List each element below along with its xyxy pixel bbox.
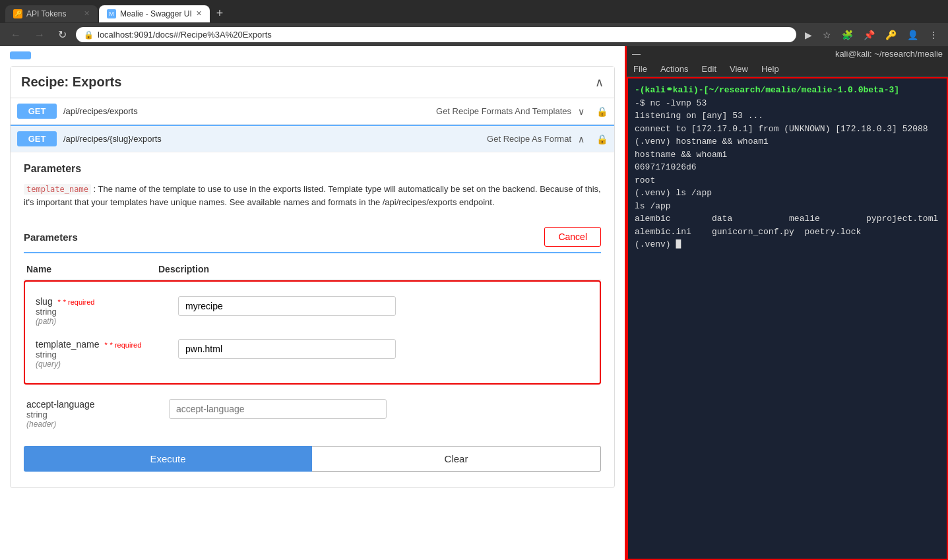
- terminal-body: -(kali⚭kali)-[~/research/mealie/mealie-1…: [627, 77, 948, 560]
- param-location-template: (query): [36, 359, 168, 369]
- back-button[interactable]: ←: [7, 28, 25, 42]
- param-required-label-slug: * required: [63, 298, 95, 306]
- param-name-slug: slug * * required: [36, 296, 168, 307]
- nav-actions: ▶ ☆ 🧩 📌 🔑 👤 ⋮: [802, 28, 941, 42]
- terminal-line-2: listening on [any] 53 ...: [635, 109, 940, 123]
- template-name-input[interactable]: [178, 339, 396, 359]
- params-section: Parameters Cancel Name Description: [24, 222, 601, 472]
- terminal-menu-file[interactable]: File: [633, 64, 647, 74]
- params-heading: Parameters: [24, 163, 601, 175]
- param-required-star-slug: *: [58, 298, 61, 306]
- address-bar[interactable]: 🔒 localhost:9091/docs#/Recipe%3A%20Expor…: [76, 27, 796, 42]
- endpoint-path-1: /api/recipes/exports: [63, 106, 429, 116]
- terminal-menu-actions[interactable]: Actions: [660, 64, 689, 74]
- tab-bar: 🔑 API Tokens ✕ M Mealie - Swagger UI ✕ +: [0, 0, 948, 23]
- chevron-down-icon-1[interactable]: ∨: [578, 106, 585, 117]
- slug-input[interactable]: [178, 296, 396, 316]
- param-name-highlight: template_name: [24, 184, 91, 195]
- pin-button[interactable]: 📌: [860, 28, 878, 42]
- params-section-title: Parameters: [24, 232, 78, 243]
- param-type-template: string: [36, 350, 168, 359]
- terminal-title: kali@kali: ~/research/mealie: [835, 49, 943, 59]
- endpoint-row-exports[interactable]: GET /api/recipes/exports Get Recipe Form…: [11, 98, 614, 125]
- method-badge-get1: GET: [17, 104, 57, 119]
- tab-label-2: Mealie - Swagger UI: [120, 9, 192, 18]
- tab-favicon-2: M: [107, 9, 116, 18]
- forward-button[interactable]: →: [30, 28, 49, 42]
- terminal-line-5: hostname && whoami: [635, 148, 940, 162]
- bookmark-button[interactable]: ☆: [819, 28, 835, 42]
- endpoint-expanded-content: Parameters template_name : The name of t…: [11, 152, 614, 487]
- terminal-topbar: — kali@kali: ~/research/mealie: [627, 46, 948, 61]
- param-location-slug: (path): [36, 317, 168, 326]
- main-layout: Recipe: Exports ∧ GET /api/recipes/expor…: [0, 46, 948, 560]
- param-info-slug: slug * * required string (path): [36, 296, 168, 326]
- action-buttons: Execute Clear: [24, 446, 601, 472]
- tab-close-2[interactable]: ✕: [196, 9, 202, 18]
- terminal-window-btn[interactable]: —: [632, 49, 641, 59]
- param-name-accept-lang: accept-language: [26, 399, 158, 410]
- profile-button[interactable]: 👤: [904, 28, 922, 42]
- tab-swagger[interactable]: M Mealie - Swagger UI ✕: [99, 5, 210, 22]
- endpoint-row-slug[interactable]: GET /api/recipes/{slug}/exports Get Reci…: [11, 125, 614, 152]
- params-table-header: Name Description: [24, 259, 601, 280]
- tab-label-1: API Tokens: [26, 9, 66, 18]
- param-info-template: template_name * * required string (query…: [36, 339, 168, 369]
- param-name-template: template_name * * required: [36, 339, 168, 350]
- param-type-accept-lang: string: [26, 410, 158, 420]
- param-row-slug: slug * * required string (path): [33, 290, 592, 332]
- cast-button[interactable]: ▶: [802, 28, 815, 42]
- menu-button[interactable]: ⋮: [926, 28, 941, 42]
- terminal-line-7: root: [635, 174, 940, 187]
- swagger-panel: Recipe: Exports ∧ GET /api/recipes/expor…: [0, 46, 625, 560]
- lock-icon-1: 🔒: [596, 106, 608, 117]
- clear-button[interactable]: Clear: [312, 446, 601, 472]
- tab-close-1[interactable]: ✕: [84, 9, 90, 18]
- accept-language-input[interactable]: [169, 399, 387, 419]
- lock-icon-2: 🔒: [596, 134, 608, 144]
- browser-chrome: 🔑 API Tokens ✕ M Mealie - Swagger UI ✕ +…: [0, 0, 948, 46]
- section-title: Recipe: Exports: [21, 75, 121, 90]
- terminal-line-8: (.venv) ls /app: [635, 187, 940, 200]
- param-location-accept-lang: (header): [26, 420, 158, 429]
- param-info-accept-lang: accept-language string (header): [26, 399, 158, 429]
- param-required-star-template: *: [104, 341, 107, 349]
- param-description: template_name : The name of the template…: [24, 183, 601, 208]
- param-row-template-name: template_name * * required string (query…: [33, 332, 592, 375]
- new-tab-button[interactable]: +: [211, 4, 229, 23]
- terminal-line-3: connect to [172.17.0.1] from (UNKNOWN) […: [635, 123, 940, 136]
- endpoint-path-2: /api/recipes/{slug}/exports: [63, 134, 480, 144]
- terminal-menu-help[interactable]: Help: [761, 64, 779, 74]
- terminal-line-10: alembic data mealie pyproject.toml: [635, 212, 940, 226]
- terminal-line-6: 0697171026d6: [635, 161, 940, 174]
- terminal-menu-edit[interactable]: Edit: [702, 64, 716, 74]
- param-input-area-template: [178, 339, 589, 359]
- terminal-menu-view[interactable]: View: [730, 64, 748, 74]
- param-required-label-template: * required: [110, 341, 142, 349]
- top-endpoint-btn[interactable]: [10, 51, 31, 59]
- cancel-button[interactable]: Cancel: [544, 227, 601, 247]
- params-section-header: Parameters Cancel: [24, 222, 601, 253]
- terminal-panel: — kali@kali: ~/research/mealie File Acti…: [625, 46, 948, 560]
- endpoint-desc-1: Get Recipe Formats And Templates: [436, 106, 571, 116]
- terminal-line-9: ls /app: [635, 200, 940, 213]
- terminal-line-4: (.venv) hostname && whoami: [635, 135, 940, 148]
- param-type-slug: string: [36, 307, 168, 317]
- chevron-up-icon[interactable]: ∧: [578, 134, 585, 144]
- extensions-button[interactable]: 🧩: [838, 28, 856, 42]
- required-params-box: slug * * required string (path): [24, 280, 601, 385]
- tab-api-tokens[interactable]: 🔑 API Tokens ✕: [5, 5, 98, 22]
- col-header-name: Name: [26, 264, 158, 274]
- execute-button[interactable]: Execute: [24, 446, 312, 472]
- param-input-area-accept-lang: [169, 399, 598, 419]
- terminal-line-1: -$ nc -lvnp 53: [635, 97, 940, 110]
- lock-icon: 🔒: [84, 30, 94, 40]
- section-collapse-btn[interactable]: ∧: [595, 75, 604, 90]
- terminal-line-12: (.venv) █: [635, 238, 940, 251]
- terminal-menu-bar: File Actions Edit View Help: [627, 61, 948, 77]
- password-button[interactable]: 🔑: [882, 28, 900, 42]
- param-input-area-slug: [178, 296, 589, 316]
- method-badge-get2: GET: [17, 131, 57, 146]
- param-description-text: : The name of the template to use to use…: [24, 184, 601, 207]
- reload-button[interactable]: ↻: [54, 27, 71, 42]
